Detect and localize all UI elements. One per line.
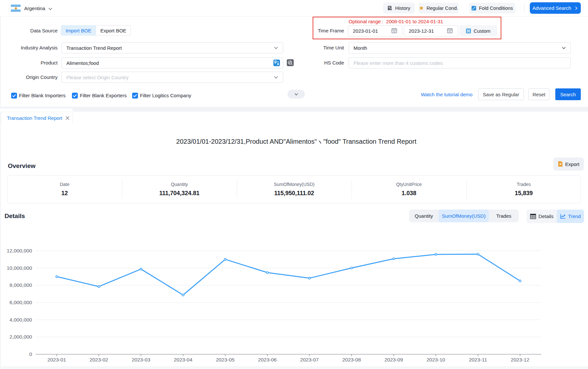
svg-text:A: A (277, 62, 279, 66)
svg-text:2023-02: 2023-02 (90, 357, 108, 362)
svg-text:2,000,000: 2,000,000 (9, 334, 32, 340)
svg-text:2023-12: 2023-12 (511, 357, 529, 362)
svg-text:6,000,000: 6,000,000 (9, 300, 32, 305)
svg-text:10,000,000: 10,000,000 (7, 265, 32, 271)
svg-text:12,000,000: 12,000,000 (7, 248, 32, 253)
svg-text:2023-11: 2023-11 (469, 357, 487, 362)
svg-text:2023-08: 2023-08 (342, 357, 361, 362)
svg-text:2023-09: 2023-09 (384, 357, 403, 362)
svg-text:2023-05: 2023-05 (216, 357, 234, 362)
svg-text:8,000,000: 8,000,000 (9, 282, 32, 288)
svg-text:2023-04: 2023-04 (174, 357, 192, 362)
svg-text:2023-06: 2023-06 (258, 357, 277, 362)
svg-text:4,000,000: 4,000,000 (9, 317, 32, 323)
svg-text:2023-10: 2023-10 (426, 357, 445, 362)
svg-text:2023-03: 2023-03 (132, 357, 150, 362)
svg-text:0: 0 (29, 351, 32, 357)
svg-text:2023-01: 2023-01 (47, 357, 66, 362)
svg-text:2023-07: 2023-07 (300, 357, 319, 362)
